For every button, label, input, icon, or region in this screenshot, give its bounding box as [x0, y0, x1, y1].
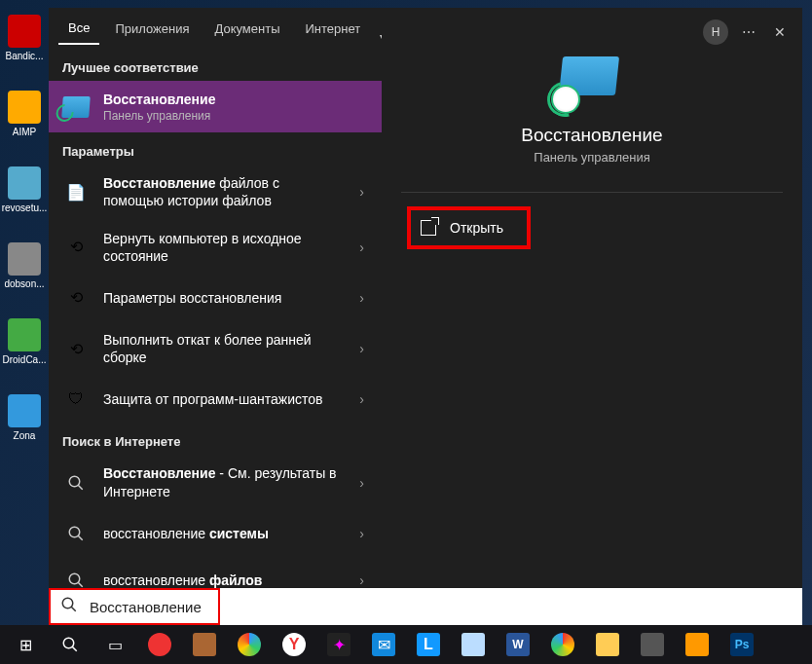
taskbar-app-tiles[interactable]: ✦ — [317, 627, 360, 662]
taskbar-app-explorer[interactable] — [586, 627, 629, 662]
user-avatar[interactable]: Н — [703, 19, 728, 45]
taskbar-app-library[interactable] — [183, 627, 226, 662]
taskbar-search-button[interactable] — [49, 627, 92, 662]
tab-docs[interactable]: Документы — [204, 14, 289, 44]
chevron-right-icon: › — [355, 341, 368, 356]
svg-point-10 — [63, 638, 74, 648]
chevron-right-icon: › — [355, 572, 368, 588]
svg-point-2 — [69, 527, 80, 537]
result-setting-rollback[interactable]: ⟲ Выполнить откат к более ранней сборке … — [49, 321, 382, 376]
preview-title: Восстановление — [521, 125, 662, 146]
taskbar-app-terminal[interactable] — [631, 627, 674, 662]
chevron-right-icon: › — [355, 290, 368, 306]
task-view-button[interactable]: ▭ — [93, 627, 136, 662]
result-web-general[interactable]: Восстановление - См. результаты в Интерн… — [49, 455, 382, 509]
reset-pc-icon: ⟲ — [62, 234, 90, 261]
chevron-right-icon: › — [355, 240, 368, 255]
tab-apps[interactable]: Приложения — [105, 14, 199, 44]
svg-point-8 — [62, 598, 73, 609]
taskbar-app-opera[interactable] — [138, 627, 181, 662]
result-best-match[interactable]: Восстановление Панель управления — [49, 81, 382, 132]
taskbar-app-chrome[interactable] — [541, 627, 584, 662]
desktop-icons-column: Bandic... AIMP revosetu... dobson... Dro… — [0, 0, 49, 441]
result-setting-reset-pc[interactable]: ⟲ Вернуть компьютер в исходное состояние… — [49, 220, 382, 275]
desktop-icon[interactable]: DroidCa... — [0, 318, 49, 365]
taskbar-app-l[interactable]: L — [407, 627, 450, 662]
desktop-icon[interactable]: revosetu... — [0, 166, 49, 213]
open-button[interactable]: Открыть — [407, 206, 531, 249]
search-icon — [62, 520, 90, 547]
taskbar-app-photoshop[interactable]: Ps — [720, 627, 763, 662]
svg-line-5 — [78, 582, 83, 587]
chevron-right-icon: › — [355, 475, 368, 491]
close-button[interactable]: ✕ — [769, 24, 791, 40]
rollback-icon: ⟲ — [62, 335, 90, 362]
start-button[interactable]: ⊞ — [4, 627, 47, 662]
result-setting-ransomware[interactable]: 🛡 Защита от программ-шантажистов › — [49, 376, 382, 423]
desktop-icon[interactable]: Zona — [0, 394, 49, 441]
taskbar-app-browser[interactable] — [228, 627, 271, 662]
tab-all[interactable]: Все — [58, 13, 99, 45]
shield-icon: 🛡 — [62, 386, 90, 413]
svg-line-11 — [72, 646, 77, 651]
open-external-icon — [421, 220, 436, 236]
preview-subtitle: Панель управления — [534, 150, 649, 165]
taskbar-app-sublime[interactable] — [676, 627, 719, 662]
chevron-right-icon: › — [355, 391, 368, 407]
result-web-system[interactable]: восстановление системы › — [49, 510, 382, 557]
search-input[interactable] — [90, 599, 802, 615]
taskbar-app-word[interactable]: W — [497, 627, 539, 662]
svg-point-4 — [69, 573, 80, 584]
chevron-right-icon: › — [355, 526, 368, 541]
taskbar: ⊞ ▭ Y ✦ ✉ L W Ps — [0, 625, 812, 664]
search-tabs: Все Приложения Документы Интернет Другие… — [49, 8, 382, 49]
recovery-options-icon: ⟲ — [62, 284, 90, 312]
search-results-panel: Все Приложения Документы Интернет Другие… — [49, 8, 802, 590]
tab-web[interactable]: Интернет — [295, 14, 370, 44]
result-setting-recovery-options[interactable]: ⟲ Параметры восстановления › — [49, 275, 382, 321]
search-icon — [60, 596, 78, 617]
section-web-search: Поиск в Интернете — [49, 423, 382, 455]
taskbar-app-mail[interactable]: ✉ — [362, 627, 405, 662]
taskbar-app-yandex[interactable]: Y — [273, 627, 315, 662]
taskbar-app-office[interactable] — [452, 627, 495, 662]
file-history-icon: 📄 — [62, 178, 90, 205]
search-box[interactable] — [49, 588, 802, 625]
svg-point-0 — [69, 476, 80, 487]
section-best-match: Лучшее соответствие — [49, 49, 382, 81]
recovery-large-icon — [561, 56, 623, 109]
search-icon — [62, 469, 90, 497]
recovery-icon — [62, 93, 90, 121]
search-results-list: Все Приложения Документы Интернет Другие… — [49, 8, 382, 590]
svg-line-1 — [78, 485, 83, 490]
desktop-icon[interactable]: Bandic... — [0, 15, 49, 61]
more-options-button[interactable]: ⋯ — [738, 24, 759, 40]
svg-line-9 — [71, 607, 76, 611]
divider — [401, 192, 783, 193]
search-preview-pane: Восстановление Панель управления Открыть — [382, 8, 802, 590]
result-setting-file-history[interactable]: 📄 Восстановление файлов с помощью истори… — [49, 165, 382, 219]
desktop-icon[interactable]: dobson... — [0, 242, 49, 289]
svg-line-3 — [78, 535, 83, 540]
chevron-right-icon: › — [355, 184, 368, 200]
section-settings: Параметры — [49, 132, 382, 165]
desktop-icon[interactable]: AIMP — [0, 91, 49, 137]
